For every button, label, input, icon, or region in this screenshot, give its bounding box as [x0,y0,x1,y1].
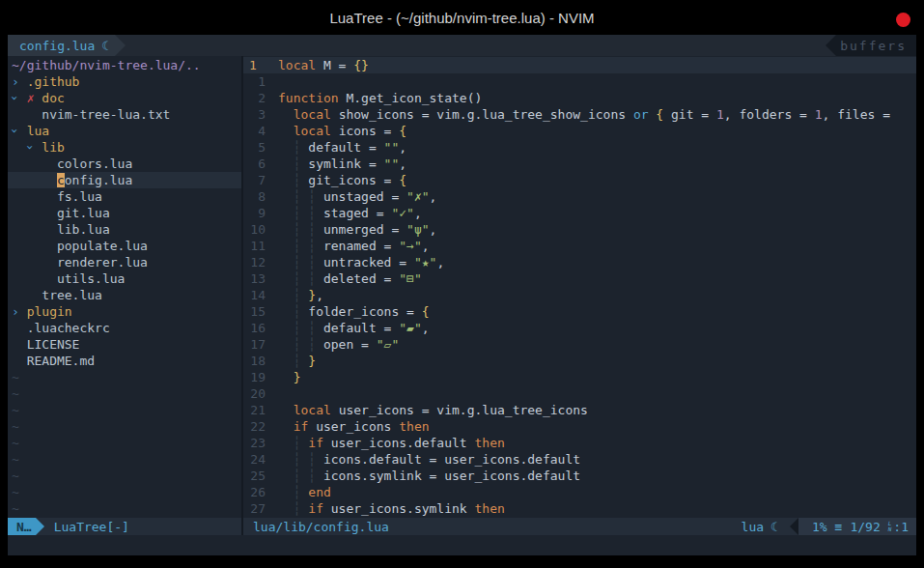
code-token: , [399,140,406,155]
code-line[interactable]: 6 ┆ symlink = "", [243,156,916,172]
code-token: "⊟" [399,271,421,286]
tree-root-path[interactable]: ~/github/nvim-tree.lua/.. [8,57,241,73]
code-line[interactable]: 11 ┆ ┆ renamed = "→", [243,238,916,254]
code-token: user_icons = vim.g.lua_tree_icons [339,403,588,417]
tree-file-populate-lua[interactable]: populate.lua [8,238,241,254]
indent-guide: ┆ [308,321,323,335]
code-line[interactable]: 27 ┆ if user_icons.symlink then [243,500,916,517]
code-line[interactable]: 9 ┆ ┆ staged = "✓", [243,205,916,221]
tree-file-renderer-lua[interactable]: renderer.lua [8,254,241,270]
code-token [278,173,294,187]
code-line[interactable]: 7 ┆ git_icons = { [243,172,916,188]
code-line[interactable]: 10 ┆ ┆ unmerged = "ψ", [243,221,916,238]
indent-guide: ┆ [294,452,309,467]
empty-line-tilde: ~ [8,468,241,484]
code-line[interactable]: 16 ┆ ┆ default = "▰", [243,320,916,336]
code-line[interactable]: 20 [243,385,916,402]
line-number-relative: 7 [243,172,278,188]
code-buffer-pane: 1local M = {}12function M.get_icon_state… [243,56,916,518]
code-token: local [278,58,323,72]
tree-row-text: lib.lua [12,222,110,237]
code-token [278,288,294,302]
indent-guide: ┆ [294,156,309,171]
line-number-relative: 2 [243,90,278,106]
lua-moon-icon: ☾ [101,38,109,54]
code-line[interactable]: 1 [243,73,916,90]
code-line[interactable]: 4 local icons = { [243,123,916,139]
tree-file-license[interactable]: LICENSE [8,336,241,353]
code-line[interactable]: 25 ┆ ┆ icons.symlink = user_icons.defaul… [243,468,916,484]
tree-file-readme-md[interactable]: README.md [8,353,241,369]
code-token: "" [384,156,400,171]
code-line[interactable]: 23 ┆ if user_icons.default then [243,435,916,451]
code-token: if [308,501,330,516]
indent-guide: ┆ [294,189,309,204]
code-line[interactable]: 19 } [243,369,916,385]
code-line[interactable]: 1local M = {} [243,57,916,73]
code-line[interactable]: 13 ┆ ┆ deleted = "⊟" [243,270,916,287]
line-position: 1/92 [850,519,880,535]
code-line[interactable]: 12 ┆ ┆ untracked = "★", [243,254,916,270]
tabline-spacer [126,35,826,56]
command-line[interactable] [8,535,916,555]
indent-guide: ┆ [308,452,323,467]
code-token [278,354,294,368]
code-line[interactable]: 5 ┆ default = "", [243,139,916,156]
code-token: "→" [399,239,421,253]
code-line[interactable]: 3 local show_icons = vim.g.lua_tree_show… [243,106,916,123]
code-token: , files = [823,107,898,122]
tree-file-colors-lua[interactable]: colors.lua [8,156,241,172]
code-line-text: ┆ folder_icons = { [278,303,916,320]
line-number-relative: 27 [243,500,278,517]
tree-file-tree-lua[interactable]: tree.lua [8,287,241,303]
chevron-icon: › [22,144,39,152]
line-number-relative: 23 [243,435,278,451]
code-token [278,140,294,155]
code-token: } [294,370,301,384]
close-button-icon[interactable] [896,13,910,27]
code-token: , [430,222,437,237]
code-token: staged = [323,206,391,220]
code-token: user_icons [316,419,399,434]
line-number-relative: 18 [243,353,278,369]
line-number-current: 1 [243,57,278,73]
code-line[interactable]: 14 ┆ }, [243,287,916,303]
statusline-right-group: lua ☾ 1% ≡ 1/92 LN :1 [730,518,916,535]
code-token: {} [353,58,369,72]
tree-folder-doc[interactable]: › ✗ doc [8,90,241,106]
window-titlebar[interactable]: LuaTree - (~/github/nvim-tree.lua) - NVI… [0,0,924,35]
tree-file-utils-lua[interactable]: utils.lua [8,270,241,287]
code-line[interactable]: 26 ┆ end [243,484,916,500]
code-token: open = [323,337,377,352]
tree-file-fs-lua[interactable]: fs.lua [8,188,241,205]
code-line[interactable]: 8 ┆ ┆ unstaged = "✗", [243,188,916,205]
tree-row-text: ~ [12,485,19,499]
code-token [278,206,294,220]
line-number-relative: 5 [243,139,278,156]
tree-file-git-lua[interactable]: git.lua [8,205,241,221]
tree-folder-github[interactable]: › .github [8,73,241,90]
code-line[interactable]: 21 local user_icons = vim.g.lua_tree_ico… [243,402,916,418]
tab-config-lua[interactable]: config.lua ☾ [8,35,115,56]
code-line[interactable]: 15 ┆ folder_icons = { [243,303,916,320]
code-line[interactable]: 2function M.get_icon_state() [243,90,916,106]
code-line[interactable]: 18 ┆ } [243,353,916,369]
tree-file-nvim-tree-lua-txt[interactable]: nvim-tree-lua.txt [8,106,241,123]
code-line[interactable]: 17 ┆ ┆ open = "▱" [243,336,916,353]
code-token: git = [671,107,716,122]
tree-folder-lua[interactable]: › lua [8,123,241,139]
code-token: { [399,173,406,187]
empty-line-tilde: ~ [8,451,241,468]
tree-folder-plugin[interactable]: › plugin [8,303,241,320]
empty-line-tilde: ~ [8,500,241,517]
tree-file-lib-lua[interactable]: lib.lua [8,221,241,238]
tree-folder-lib[interactable]: › lib [8,139,241,156]
code-line-text: ┆ default = "", [278,139,916,156]
chevron-icon: › [8,95,23,102]
code-line-text: ┆ ┆ deleted = "⊟" [278,270,916,287]
code-line[interactable]: 22 if user_icons then [243,418,916,435]
tree-file-config-lua[interactable]: config.lua [8,172,241,188]
tree-file-luacheckrc[interactable]: .luacheckrc [8,320,241,336]
code-line-text: ┆ ┆ icons.default = user_icons.default [278,451,916,468]
code-line[interactable]: 24 ┆ ┆ icons.default = user_icons.defaul… [243,451,916,468]
